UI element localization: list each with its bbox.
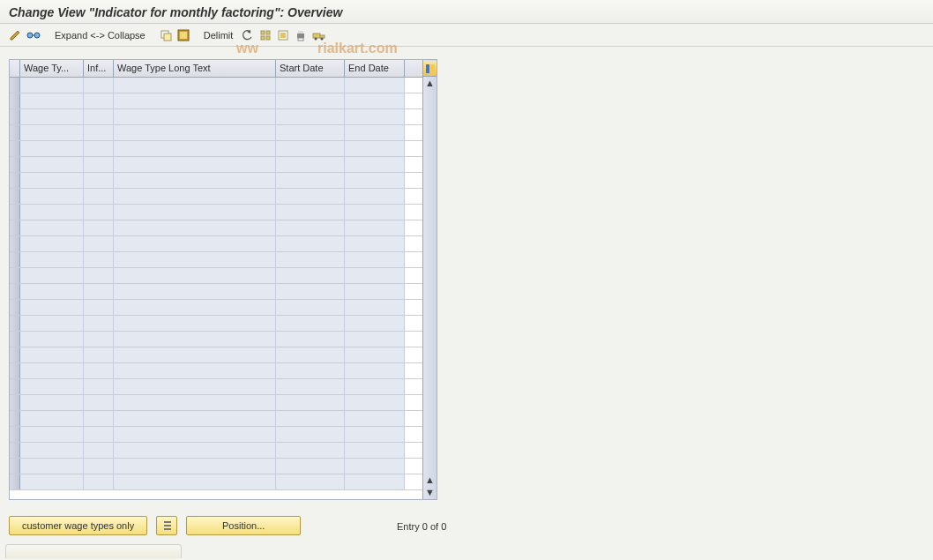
row-selector[interactable] xyxy=(10,157,20,172)
cell[interactable] xyxy=(345,395,405,410)
row-selector[interactable] xyxy=(10,173,20,188)
cell[interactable] xyxy=(345,427,405,442)
cell[interactable] xyxy=(20,220,84,235)
cell[interactable] xyxy=(114,316,276,331)
cell[interactable] xyxy=(20,300,84,315)
cell[interactable] xyxy=(114,109,276,124)
cell[interactable] xyxy=(84,284,114,299)
cell[interactable] xyxy=(276,189,345,204)
cell[interactable] xyxy=(114,93,276,108)
cell[interactable] xyxy=(84,252,114,267)
cell[interactable] xyxy=(114,347,276,362)
cell[interactable] xyxy=(276,459,345,474)
cell[interactable] xyxy=(345,141,405,156)
cell[interactable] xyxy=(20,141,84,156)
cell[interactable] xyxy=(114,268,276,283)
row-selector[interactable] xyxy=(10,316,20,331)
select-all-header[interactable] xyxy=(10,60,20,77)
table-row[interactable] xyxy=(10,220,422,236)
row-selector[interactable] xyxy=(10,332,20,347)
scroll-up-icon[interactable]: ▲ xyxy=(423,77,437,89)
cell[interactable] xyxy=(84,347,114,362)
cell[interactable] xyxy=(20,268,84,283)
cell[interactable] xyxy=(345,205,405,220)
cell[interactable] xyxy=(114,300,276,315)
column-header-inf[interactable]: Inf... xyxy=(84,60,114,77)
cell[interactable] xyxy=(114,459,276,474)
cell[interactable] xyxy=(276,141,345,156)
table-row[interactable] xyxy=(10,78,422,93)
row-selector[interactable] xyxy=(10,189,20,204)
cell[interactable] xyxy=(276,157,345,172)
vertical-scrollbar[interactable]: ▲ ▲ ▼ xyxy=(422,60,437,499)
cell[interactable] xyxy=(114,363,276,378)
cell[interactable] xyxy=(84,205,114,220)
column-header-end-date[interactable]: End Date xyxy=(345,60,405,77)
expand-collapse-button[interactable]: Expand <-> Collapse xyxy=(49,26,151,44)
cell[interactable] xyxy=(20,363,84,378)
cell[interactable] xyxy=(276,109,345,124)
cell[interactable] xyxy=(345,411,405,426)
cell[interactable] xyxy=(345,125,405,140)
cell[interactable] xyxy=(114,379,276,394)
scroll-down-icon[interactable]: ▼ xyxy=(423,486,437,498)
cell[interactable] xyxy=(20,205,84,220)
table-row[interactable] xyxy=(10,363,422,379)
deselect-icon[interactable] xyxy=(275,27,291,43)
table-row[interactable] xyxy=(10,125,422,141)
cell[interactable] xyxy=(114,411,276,426)
cell[interactable] xyxy=(345,316,405,331)
table-row[interactable] xyxy=(10,93,422,109)
cell[interactable] xyxy=(20,411,84,426)
cell[interactable] xyxy=(345,300,405,315)
cell[interactable] xyxy=(20,189,84,204)
cell[interactable] xyxy=(276,395,345,410)
cell[interactable] xyxy=(276,316,345,331)
cell[interactable] xyxy=(345,220,405,235)
table-row[interactable] xyxy=(10,474,422,490)
scroll-track[interactable] xyxy=(423,89,437,474)
cell[interactable] xyxy=(345,236,405,251)
row-selector[interactable] xyxy=(10,427,20,442)
column-config-icon[interactable] xyxy=(423,61,437,77)
cell[interactable] xyxy=(84,443,114,458)
cell[interactable] xyxy=(345,109,405,124)
position-button[interactable]: Position... xyxy=(186,516,301,535)
table-row[interactable] xyxy=(10,300,422,316)
row-selector[interactable] xyxy=(10,125,20,140)
row-selector[interactable] xyxy=(10,284,20,299)
cell[interactable] xyxy=(20,347,84,362)
row-selector[interactable] xyxy=(10,109,20,124)
cell[interactable] xyxy=(20,284,84,299)
cell[interactable] xyxy=(20,157,84,172)
cell[interactable] xyxy=(345,347,405,362)
cell[interactable] xyxy=(84,141,114,156)
row-selector[interactable] xyxy=(10,363,20,378)
table-row[interactable] xyxy=(10,173,422,189)
sort-position-icon[interactable] xyxy=(156,516,177,535)
cell[interactable] xyxy=(20,379,84,394)
transport-icon[interactable] xyxy=(310,27,328,43)
cell[interactable] xyxy=(345,379,405,394)
cell[interactable] xyxy=(345,78,405,93)
cell[interactable] xyxy=(345,443,405,458)
cell[interactable] xyxy=(84,363,114,378)
row-selector[interactable] xyxy=(10,78,20,93)
cell[interactable] xyxy=(20,252,84,267)
cell[interactable] xyxy=(345,189,405,204)
cell[interactable] xyxy=(84,316,114,331)
cell[interactable] xyxy=(114,173,276,188)
column-header-long-text[interactable]: Wage Type Long Text xyxy=(114,60,276,77)
cell[interactable] xyxy=(345,252,405,267)
row-selector[interactable] xyxy=(10,395,20,410)
table-row[interactable] xyxy=(10,459,422,474)
row-selector[interactable] xyxy=(10,220,20,235)
cell[interactable] xyxy=(345,284,405,299)
cell[interactable] xyxy=(20,459,84,474)
table-row[interactable] xyxy=(10,109,422,125)
table-row[interactable] xyxy=(10,347,422,363)
cell[interactable] xyxy=(20,173,84,188)
cell[interactable] xyxy=(276,284,345,299)
cell[interactable] xyxy=(20,236,84,251)
row-selector[interactable] xyxy=(10,252,20,267)
